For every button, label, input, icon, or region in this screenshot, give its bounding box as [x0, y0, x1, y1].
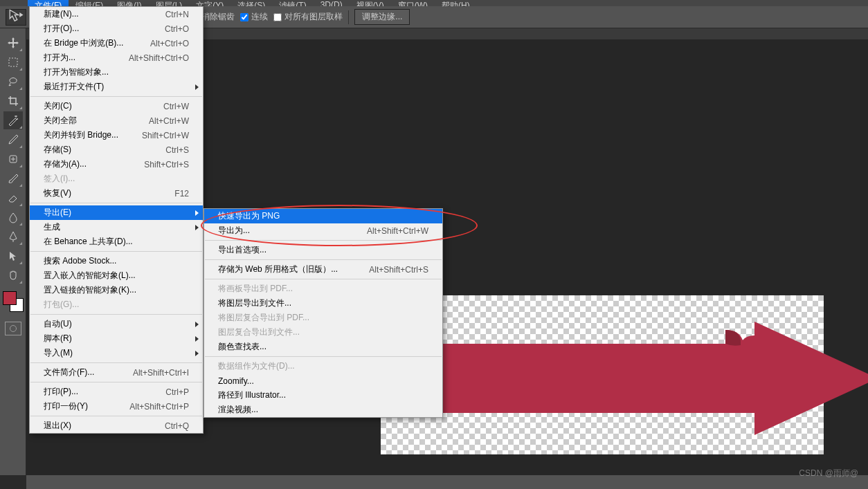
menu-item[interactable]: 退出(X)Ctrl+Q [30, 418, 203, 433]
menu-3d[interactable]: 3D(D) [314, 0, 350, 6]
menu-item-label: 关闭(C) [44, 100, 72, 112]
menu-separator [205, 356, 442, 357]
menu-item-shortcut: Alt+Shift+Ctrl+O [129, 53, 189, 63]
submenu-arrow-icon [195, 84, 199, 90]
menu-item-label: 图层复合导出到文件... [218, 326, 300, 338]
menu-item[interactable]: 打开(O)...Ctrl+O [30, 21, 203, 36]
menu-select[interactable]: 选择(S) [230, 0, 272, 6]
submenu-arrow-icon [195, 322, 199, 327]
menu-filter[interactable]: 滤镜(T) [272, 0, 313, 6]
path-selection-tool[interactable] [3, 247, 23, 265]
menu-item-label: 在 Behance 上共享(D)... [44, 236, 133, 248]
marquee-tool[interactable] [3, 53, 23, 71]
blur-tool[interactable] [3, 208, 23, 226]
menu-item[interactable]: 最近打开文件(T) [30, 80, 203, 94]
submenu-arrow-icon [195, 351, 199, 356]
menu-separator [30, 251, 202, 252]
menu-item[interactable]: 恢复(V)F12 [30, 186, 203, 201]
menu-item-label: 生成 [44, 221, 60, 233]
menu-window[interactable]: 窗口(W) [391, 0, 435, 6]
menu-item-shortcut: Alt+Ctrl+O [150, 39, 189, 48]
menu-item[interactable]: 存储(S)Ctrl+S [30, 142, 203, 157]
eyedropper-tool[interactable] [3, 131, 23, 149]
menu-item-shortcut: Ctrl+N [165, 10, 189, 19]
menu-item[interactable]: 存储为 Web 所用格式（旧版）...Alt+Shift+Ctrl+S [204, 262, 442, 277]
pen-tool[interactable] [3, 228, 23, 246]
quick-mask-mode[interactable] [5, 322, 21, 335]
menu-item[interactable]: 在 Behance 上共享(D)... [30, 234, 203, 249]
menu-item[interactable]: 将图层导出到文件... [204, 296, 442, 311]
menu-separator [205, 240, 442, 241]
menu-item[interactable]: 文件简介(F)...Alt+Shift+Ctrl+I [30, 365, 203, 380]
menu-item[interactable]: 搜索 Adobe Stock... [30, 254, 203, 268]
menu-type[interactable]: 文字(Y) [189, 0, 230, 6]
menu-item[interactable]: 在 Bridge 中浏览(B)...Alt+Ctrl+O [30, 36, 203, 50]
menu-item-label: 文件简介(F)... [44, 367, 94, 378]
menu-item-label: 打包(G)... [44, 299, 79, 311]
tool-preset-picker[interactable] [6, 9, 26, 26]
contiguous-checkbox[interactable]: 连续 [240, 11, 268, 23]
menu-item[interactable]: 导出首选项... [204, 243, 442, 257]
healing-brush-tool[interactable] [3, 150, 23, 168]
menu-view[interactable]: 视图(V) [350, 0, 391, 6]
move-tool[interactable] [3, 34, 23, 52]
menu-item[interactable]: 关闭全部Alt+Ctrl+W [30, 113, 203, 128]
menu-item-label: 打印一份(Y) [44, 400, 88, 412]
toolbox [0, 28, 26, 475]
menu-item: 将画板导出到 PDF... [204, 282, 442, 296]
menu-item-shortcut: Ctrl+W [163, 102, 189, 111]
all-layers-checkbox[interactable]: 对所有图层取样 [273, 11, 343, 23]
menu-item[interactable]: 关闭(C)Ctrl+W [30, 99, 203, 113]
menu-item-label: 搜索 Adobe Stock... [44, 255, 116, 267]
menu-item[interactable]: 新建(N)...Ctrl+N [30, 7, 203, 21]
menu-item[interactable]: 打开为智能对象... [30, 65, 203, 80]
brush-tool[interactable] [3, 169, 23, 187]
menu-item-shortcut: F12 [174, 189, 189, 199]
menu-item-label: 数据组作为文件(D)... [218, 360, 295, 372]
menu-item[interactable]: 路径到 Illustrator... [204, 388, 442, 403]
menu-item-label: 导入(M) [44, 347, 73, 359]
menu-bar: 文件(F) 编辑(E) 图像(I) 图层(L) 文字(Y) 选择(S) 滤镜(T… [0, 0, 868, 6]
menu-item-label: 导出(E) [44, 207, 71, 219]
menu-item[interactable]: 自动(U) [30, 317, 203, 331]
menu-item[interactable]: 打印(P)...Ctrl+P [30, 385, 203, 399]
menu-item[interactable]: 脚本(R) [30, 331, 203, 346]
menu-item[interactable]: 导出为...Alt+Shift+Ctrl+W [204, 223, 442, 238]
refine-edge-button[interactable]: 调整边缘... [354, 9, 410, 25]
menu-item: 签入(I)... [30, 172, 203, 186]
menu-item-label: 最近打开文件(T) [44, 81, 104, 93]
lasso-tool[interactable] [3, 73, 23, 91]
menu-edit[interactable]: 编辑(E) [69, 0, 110, 6]
menu-separator [205, 279, 442, 279]
menu-item-shortcut: Ctrl+O [165, 24, 189, 34]
menu-item[interactable]: 置入链接的智能对象(K)... [30, 283, 203, 297]
menu-item-shortcut: Ctrl+S [165, 145, 189, 155]
menu-item[interactable]: 生成 [30, 220, 203, 234]
menu-item[interactable]: 关闭并转到 Bridge...Shift+Ctrl+W [30, 128, 203, 142]
menu-file[interactable]: 文件(F) [28, 0, 69, 6]
menu-item[interactable]: 颜色查找表... [204, 340, 442, 354]
menu-item[interactable]: 导出(E) [30, 205, 203, 220]
menu-item[interactable]: 快速导出为 PNG [204, 209, 442, 223]
menu-item-label: 置入链接的智能对象(K)... [44, 284, 136, 296]
menu-item[interactable]: 打开为...Alt+Shift+Ctrl+O [30, 50, 203, 65]
menu-item[interactable]: 打印一份(Y)Alt+Shift+Ctrl+P [30, 399, 203, 414]
menu-item-label: 新建(N)... [44, 8, 79, 20]
menu-item-label: 颜色查找表... [218, 341, 266, 353]
color-swatch[interactable] [3, 291, 24, 312]
hand-tool[interactable] [3, 266, 23, 284]
menu-help[interactable]: 帮助(H) [435, 0, 477, 6]
menu-item[interactable]: Zoomify... [204, 373, 442, 388]
menu-item[interactable]: 存储为(A)...Shift+Ctrl+S [30, 157, 203, 172]
menu-item-label: 打开为... [44, 52, 75, 64]
menu-item[interactable]: 导入(M) [30, 346, 203, 360]
magic-wand-tool[interactable] [3, 111, 23, 129]
svg-rect-7 [9, 58, 17, 66]
menu-item[interactable]: 渲染视频... [204, 403, 442, 417]
crop-tool[interactable] [3, 92, 23, 110]
foreground-color[interactable] [3, 291, 17, 305]
eraser-tool[interactable] [3, 189, 23, 207]
menu-layer[interactable]: 图层(L) [149, 0, 190, 6]
menu-item[interactable]: 置入嵌入的智能对象(L)... [30, 268, 203, 283]
menu-image[interactable]: 图像(I) [110, 0, 148, 6]
